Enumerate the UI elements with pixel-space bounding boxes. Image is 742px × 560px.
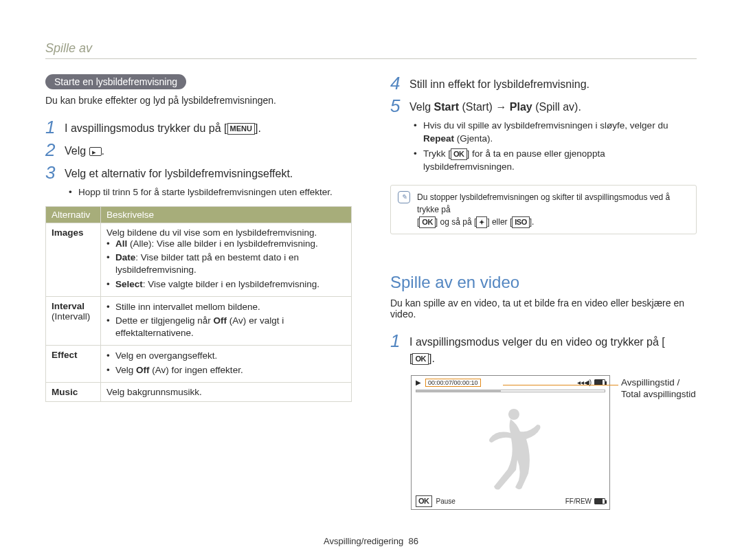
step2-text: Velg	[65, 145, 89, 157]
video-figure: ▶ 00:00:07/00:00:10 ◂◂◀) OK Pause	[411, 375, 610, 510]
step-2: 2 Velg .	[45, 141, 352, 159]
header-rule	[45, 58, 697, 59]
opt-effect: Effect	[52, 350, 78, 360]
left-column: Starte en lysbildefremvisning Du kan bru…	[45, 74, 352, 510]
leader-label: Avspillingstid /Total avspillingstid	[621, 377, 731, 401]
opt-date: Date	[115, 252, 135, 262]
step-number: 1	[45, 118, 65, 136]
table-row: Images Velg bildene du vil vise som en l…	[46, 223, 352, 296]
slideshow-icon	[89, 147, 102, 156]
options-table: Alternativ Beskrivelse Images Velg bilde…	[45, 206, 352, 402]
flash-key-icon	[476, 216, 487, 228]
step-number: 1	[390, 332, 409, 350]
table-row: Music Velg bakgrunnsmusikk.	[46, 382, 352, 401]
video-section-heading: Spille av en video	[390, 273, 697, 292]
step-1: 1 I avspillingsmodus trykker du på [MENU…	[45, 118, 352, 137]
opt-select: Select	[115, 279, 143, 289]
step5-bullet: Trykk [OK] for å ta en pause eller gjeno…	[414, 148, 697, 174]
iso-key-icon: ISO	[512, 216, 529, 228]
play-icon: ▶	[416, 379, 421, 386]
step5-bullet: Hvis du vil spille av lysbildefremvisnin…	[414, 120, 697, 146]
video-screen: ▶ 00:00:07/00:00:10 ◂◂◀) OK Pause	[411, 375, 610, 510]
pause-label: Pause	[436, 497, 456, 505]
step3-text: Velg et alternativ for lysbildefremvisni…	[65, 164, 293, 182]
slideshow-heading-pill: Starte en lysbildefremvisning	[45, 74, 186, 89]
right-column: 4 Still inn effekt for lysbildefremvisni…	[390, 74, 697, 510]
video-intro: Du kan spille av en video, ta ut et bild…	[390, 298, 697, 320]
table-header-option: Alternativ	[46, 206, 101, 223]
note-icon: ✎	[398, 191, 410, 203]
slideshow-intro: Du kan bruke effekter og lyd på lysbilde…	[45, 95, 352, 106]
step-4: 4 Still inn effekt for lysbildefremvisni…	[390, 74, 697, 93]
video-time: 00:00:07/00:00:10	[425, 379, 481, 387]
opt-interval: Interval	[52, 301, 85, 311]
ok-key-icon: OK	[416, 495, 432, 507]
table-row: Effect Velg en overgangseffekt. Velg Off…	[46, 346, 352, 382]
battery-icon	[594, 498, 605, 504]
opt-all: All	[115, 238, 127, 249]
step-3: 3 Velg et alternativ for lysbildefremvis…	[45, 164, 352, 182]
page-footer: Avspilling/redigering 86	[0, 536, 742, 546]
ffrew-label: FF/REW	[565, 497, 592, 505]
step-number: 5	[390, 97, 409, 115]
ok-key-icon: OK	[451, 148, 467, 160]
step-number: 3	[45, 164, 65, 181]
step-number: 4	[390, 74, 409, 92]
menu-key-icon: MENU	[227, 123, 255, 135]
step-number: 2	[45, 141, 65, 159]
table-header-description: Beskrivelse	[101, 206, 352, 223]
step3-bullet: Hopp til trinn 5 for å starte lysbildefr…	[69, 186, 352, 199]
step1-post: ].	[255, 122, 261, 134]
opt-images: Images	[52, 227, 84, 238]
table-row: Interval(Intervall) Stille inn intervall…	[46, 296, 352, 346]
video-thumbnail	[412, 401, 609, 493]
leader-line	[503, 385, 618, 385]
section-header: Spille av	[45, 41, 697, 56]
opt-music: Music	[52, 387, 78, 397]
ok-key-icon: OK	[412, 353, 429, 365]
ok-key-icon: OK	[419, 216, 436, 228]
video-step-1: 1 I avspillingsmodus velger du en video …	[390, 332, 697, 367]
step-5: 5 Velg Start (Start) → Play (Spill av).	[390, 97, 697, 115]
images-desc: Velg bildene du vil vise som en lysbilde…	[106, 227, 317, 238]
progress-bar	[416, 390, 605, 392]
note-box: ✎ Du stopper lysbildefremvisningen og sk…	[390, 185, 697, 234]
step1-pre: I avspillingsmodus trykker du på [	[65, 122, 227, 134]
